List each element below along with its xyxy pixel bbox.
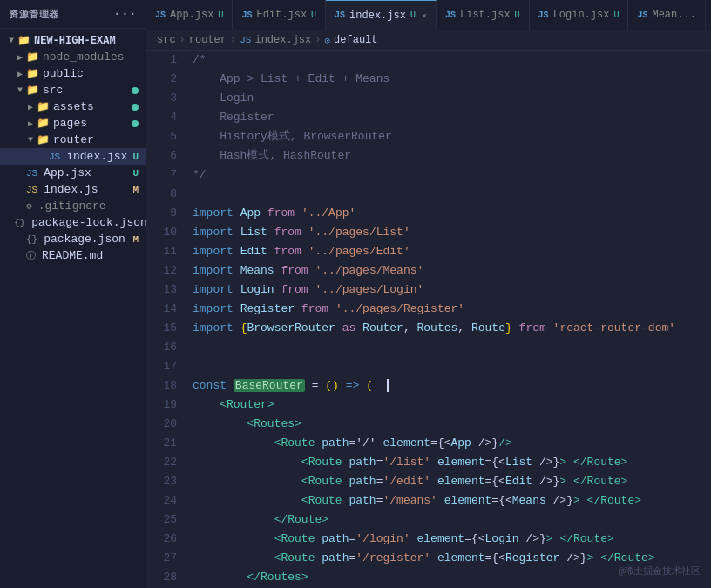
code-line: <Router>: [193, 395, 711, 415]
code-line: <Route path='/edit' element={<Edit />}> …: [193, 472, 711, 491]
sidebar-menu-icon[interactable]: ···: [113, 7, 137, 21]
code-line: Hash模式, HashRouter: [193, 146, 711, 166]
tab-lang: JS: [538, 10, 549, 20]
code-line: </Route>: [193, 510, 711, 530]
json-file-icon: {}: [14, 218, 25, 228]
sidebar-item-label: assets: [53, 100, 94, 113]
sidebar: 资源管理器 ··· ▼ 📁 NEW-HIGH-EXAM ▶ 📁 node_mod…: [0, 0, 146, 588]
breadcrumb-symbol: default: [334, 34, 377, 46]
sidebar-item-router[interactable]: ▼ 📁 router: [0, 132, 146, 148]
folder-icon: 📁: [26, 67, 39, 80]
breadcrumb-sep: ›: [230, 34, 236, 46]
tab-close-button[interactable]: ✕: [422, 10, 427, 21]
code-line: [193, 338, 711, 357]
file-badge: U: [132, 168, 139, 179]
tab-label: App.jsx: [170, 9, 213, 21]
sidebar-item-node-modules[interactable]: ▶ 📁 node_modules: [0, 49, 146, 65]
md-file-icon: ⓘ: [26, 249, 36, 262]
breadcrumb-router[interactable]: router: [189, 34, 227, 46]
breadcrumb-src[interactable]: src: [157, 34, 176, 46]
tab-app-jsx[interactable]: JS App.jsx U: [146, 0, 233, 30]
code-line: */: [193, 166, 711, 185]
expand-arrow: ▶: [14, 52, 26, 63]
sidebar-item-assets[interactable]: ▶ 📁 assets: [0, 98, 146, 115]
sidebar-item-label: package.json: [44, 233, 125, 246]
code-line: <Route path='/means' element={<Means />}…: [193, 491, 711, 510]
sidebar-item-index-jsx[interactable]: JS index.jsx U: [0, 148, 146, 165]
breadcrumb: src › router › JS index.jsx › ⊙ default: [146, 30, 711, 51]
breadcrumb-sep: ›: [179, 34, 186, 46]
tab-badge: U: [613, 10, 619, 20]
sidebar-item-label: src: [43, 84, 63, 97]
file-badge: M: [132, 185, 139, 195]
tab-label: List.jsx: [460, 9, 511, 21]
sidebar-item-package-lock[interactable]: {} package-lock.json M: [0, 214, 146, 231]
tab-mean-jsx[interactable]: JS Mean...: [628, 0, 705, 30]
modified-dot: [132, 120, 139, 127]
code-line: import {BrowserRouter as Router, Routes,…: [193, 319, 711, 338]
tab-badge: U: [311, 10, 316, 20]
sidebar-item-label: App.jsx: [44, 166, 91, 179]
file-badge: U: [132, 152, 139, 162]
tab-edit-jsx[interactable]: JS Edit.jsx U: [233, 0, 326, 30]
sidebar-item-app-jsx[interactable]: JS App.jsx U: [0, 165, 146, 181]
modified-dot: [132, 87, 139, 94]
tab-lang: JS: [241, 10, 252, 20]
sidebar-title-text: 资源管理器: [9, 8, 59, 21]
jsx-file-icon: JS: [26, 168, 37, 179]
code-editor[interactable]: 1 2 3 4 5 6 7 8 9 10 11 12 13 14 15 16 1…: [146, 51, 711, 588]
sidebar-item-readme[interactable]: ⓘ README.md: [0, 247, 146, 264]
code-line: <Route path='/' element={<App />}/>: [193, 434, 711, 453]
breadcrumb-symbol-icon: ⊙: [324, 35, 330, 46]
js-file-icon: JS: [26, 185, 37, 195]
sidebar-item-label: index.js: [44, 183, 98, 196]
project-name: NEW-HIGH-EXAM: [34, 35, 116, 47]
breadcrumb-sep: ›: [315, 34, 321, 46]
sidebar-item-label: router: [53, 133, 94, 146]
tab-label: Login.jsx: [553, 9, 610, 21]
code-line: import App from '../App': [193, 204, 711, 223]
main-area: JS App.jsx U JS Edit.jsx U JS index.jsx …: [146, 0, 711, 588]
tab-badge: U: [410, 10, 416, 20]
code-line: import Register from '../pages/Register': [193, 300, 711, 319]
watermark: @稀土掘金技术社区: [618, 564, 701, 578]
expand-arrow: ▶: [24, 118, 37, 129]
code-line: import Login from '../pages/Login': [193, 280, 711, 300]
code-line: /*: [193, 51, 711, 70]
collapse-arrow: ▼: [5, 36, 17, 45]
tab-bar: JS App.jsx U JS Edit.jsx U JS index.jsx …: [146, 0, 711, 30]
code-line: [193, 357, 711, 376]
tab-label: index.jsx: [349, 10, 406, 22]
file-icon: ⚙: [26, 200, 32, 212]
expand-arrow: ▶: [24, 102, 37, 112]
sidebar-item-public[interactable]: ▶ 📁 public: [0, 65, 146, 82]
tab-lang: JS: [637, 10, 647, 20]
tab-lang: JS: [445, 10, 456, 20]
tab-list-jsx[interactable]: JS List.jsx U: [437, 0, 530, 30]
code-line: Register: [193, 108, 711, 127]
jsx-file-icon: JS: [49, 152, 60, 162]
code-line: const BaseRouter = () => (: [193, 376, 711, 395]
tab-login-jsx[interactable]: JS Login.jsx U: [530, 0, 629, 30]
tab-index-jsx[interactable]: JS index.jsx U ✕: [326, 0, 437, 30]
sidebar-item-label: pages: [53, 117, 87, 130]
sidebar-item-index-js[interactable]: JS index.js M: [0, 181, 146, 198]
sidebar-item-pages[interactable]: ▶ 📁 pages: [0, 115, 146, 132]
sidebar-item-gitignore[interactable]: ⚙ .gitignore: [0, 198, 146, 214]
code-line: <Route path='/login' element={<Login />}…: [193, 530, 711, 549]
folder-icon: 📁: [37, 117, 50, 130]
code-line: App > List + Edit + Means: [193, 70, 711, 89]
tab-badge: U: [515, 10, 520, 20]
code-line: Login: [193, 89, 711, 108]
sidebar-item-package-json[interactable]: {} package.json M: [0, 231, 146, 247]
file-tree: ▼ 📁 NEW-HIGH-EXAM ▶ 📁 node_modules ▶ 📁 p…: [0, 29, 146, 588]
breadcrumb-file[interactable]: index.jsx: [254, 34, 311, 46]
tab-lang: JS: [155, 10, 166, 20]
code-line: <Route path='/list' element={<List />}> …: [193, 453, 711, 472]
code-text[interactable]: /* App > List + Edit + Means Login Regis…: [186, 51, 711, 588]
sidebar-item-label: README.md: [42, 249, 103, 262]
sidebar-item-src[interactable]: ▼ 📁 src: [0, 82, 146, 98]
folder-icon: 📁: [17, 34, 30, 47]
project-root[interactable]: ▼ 📁 NEW-HIGH-EXAM: [0, 32, 146, 49]
folder-icon: 📁: [26, 84, 39, 97]
